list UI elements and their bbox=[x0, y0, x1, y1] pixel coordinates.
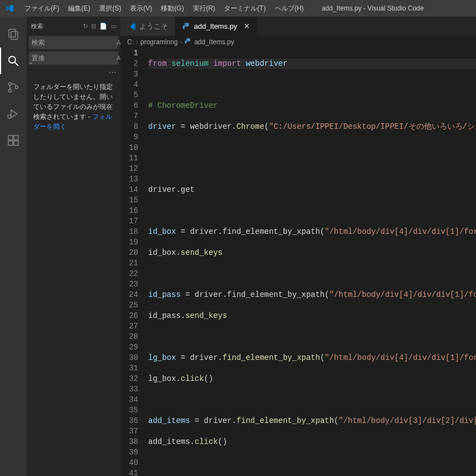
breadcrumb-segment[interactable]: add_Items.py bbox=[194, 38, 234, 46]
tab-label: add_Items.py bbox=[194, 22, 237, 30]
search-input-box: Aa Abl .* bbox=[29, 36, 118, 49]
chevron-right-icon: › bbox=[136, 38, 138, 46]
activity-explorer[interactable] bbox=[0, 21, 27, 48]
breadcrumb[interactable]: C: › programinng › add_Items.py bbox=[121, 36, 476, 48]
svg-rect-9 bbox=[8, 135, 13, 140]
python-icon bbox=[184, 38, 192, 47]
svg-rect-12 bbox=[14, 135, 18, 140]
close-icon[interactable]: ✕ bbox=[244, 22, 250, 30]
search-input[interactable] bbox=[32, 39, 114, 46]
clear-icon[interactable]: ⊟ bbox=[91, 23, 96, 30]
sidebar-title: 検索 bbox=[31, 22, 80, 30]
vscode-icon bbox=[127, 22, 136, 31]
line-numbers: 1234567891011121314151617181920212223242… bbox=[121, 48, 148, 476]
activity-extensions[interactable] bbox=[0, 127, 27, 154]
activity-bar bbox=[0, 17, 27, 476]
menu-select[interactable]: 選択(S) bbox=[95, 0, 125, 17]
svg-point-6 bbox=[15, 86, 18, 89]
svg-rect-0 bbox=[9, 29, 15, 37]
activity-source-control[interactable] bbox=[0, 74, 27, 101]
refresh-icon[interactable]: ↻ bbox=[83, 23, 88, 30]
replace-input-box: AB ⇄ bbox=[29, 51, 118, 65]
svg-marker-7 bbox=[11, 110, 17, 118]
window-title: add_Items.py - Visual Studio Code bbox=[308, 4, 476, 12]
search-toggle-icon[interactable]: ⌄ bbox=[28, 57, 34, 66]
breadcrumb-segment[interactable]: programinng bbox=[140, 38, 177, 46]
code-content[interactable]: from selenium import webdriver # Chorome… bbox=[148, 48, 476, 476]
code-editor[interactable]: 1234567891011121314151617181920212223242… bbox=[121, 48, 476, 476]
vscode-logo-icon bbox=[4, 3, 14, 13]
tab-bar: ようこそ add_Items.py ✕ bbox=[121, 17, 476, 36]
replace-input[interactable] bbox=[32, 54, 114, 62]
menu-run[interactable]: 実行(R) bbox=[189, 0, 220, 17]
breadcrumb-segment[interactable]: C: bbox=[127, 38, 134, 46]
chevron-right-icon: › bbox=[180, 38, 182, 46]
menu-file[interactable]: ファイル(F) bbox=[20, 0, 64, 17]
svg-line-3 bbox=[15, 62, 18, 66]
search-message: フォルダーを開いたり指定したりしていません。開いているファイルのみが現在検索され… bbox=[27, 77, 121, 136]
tab-welcome[interactable]: ようこそ bbox=[121, 17, 175, 36]
svg-rect-11 bbox=[14, 141, 18, 145]
activity-search[interactable] bbox=[0, 48, 27, 74]
menu-view[interactable]: 表示(V) bbox=[125, 0, 156, 17]
menu-help[interactable]: ヘルプ(H) bbox=[270, 0, 308, 17]
title-bar: ファイル(F) 編集(E) 選択(S) 表示(V) 移動(G) 実行(R) ター… bbox=[0, 0, 476, 17]
svg-rect-10 bbox=[8, 141, 13, 145]
search-sidebar: 検索 ↻ ⊟ 📄 ▭ ⌄ Aa Abl .* AB ⇄ ⋯ フォルダーを開いたり… bbox=[27, 17, 121, 476]
tab-add-items[interactable]: add_Items.py ✕ bbox=[175, 17, 257, 36]
svg-point-4 bbox=[9, 83, 12, 86]
tab-label: ようこそ bbox=[139, 22, 168, 32]
python-icon bbox=[182, 22, 191, 31]
svg-point-5 bbox=[9, 90, 12, 92]
activity-debug[interactable] bbox=[0, 101, 27, 127]
new-file-icon[interactable]: 📄 bbox=[100, 23, 107, 30]
more-options-icon[interactable]: ⋯ bbox=[27, 67, 121, 77]
svg-rect-1 bbox=[11, 32, 18, 39]
svg-point-8 bbox=[8, 115, 11, 118]
menu-go[interactable]: 移動(G) bbox=[156, 0, 188, 17]
collapse-icon[interactable]: ▭ bbox=[111, 23, 116, 30]
menu-edit[interactable]: 編集(E) bbox=[64, 0, 95, 17]
svg-point-2 bbox=[9, 56, 15, 63]
menu-terminal[interactable]: ターミナル(T) bbox=[219, 0, 270, 17]
